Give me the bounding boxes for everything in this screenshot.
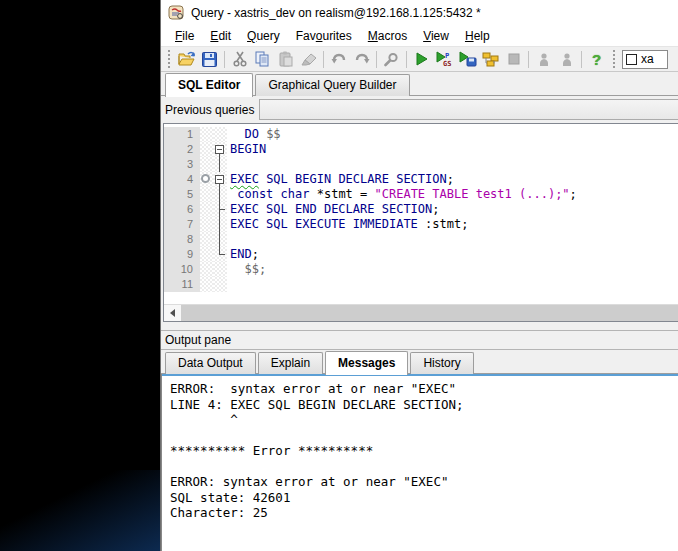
menu-view[interactable]: View [415, 27, 457, 45]
open-file-button[interactable] [175, 49, 198, 70]
code-line [227, 157, 678, 172]
commit-button[interactable] [532, 49, 555, 70]
line-number: 2 [164, 142, 200, 157]
editor-line[interactable]: 8 [164, 232, 678, 247]
editor-line[interactable]: 10 $$; [164, 262, 678, 277]
scroll-left-icon [170, 309, 175, 317]
code-token: SQL BEGIN DECLARE SECTION [259, 172, 447, 186]
connection-color-square [626, 54, 637, 65]
save-icon [202, 52, 217, 67]
tab-graphical-query-builder[interactable]: Graphical Query Builder [255, 74, 409, 96]
menu-file[interactable]: File [167, 27, 202, 45]
explain-query-icon [482, 52, 499, 67]
fold-margin [213, 127, 227, 142]
execute-query-button[interactable] [410, 49, 433, 70]
copy-icon [255, 51, 270, 67]
menu-edit[interactable]: Edit [202, 27, 239, 45]
code-token: EXEC [230, 172, 259, 186]
sql-editor[interactable]: 1 DO $$2BEGIN34EXEC SQL BEGIN DECLARE SE… [164, 124, 678, 304]
output-tab-explain[interactable]: Explain [258, 352, 323, 374]
code-token: DO [230, 127, 266, 141]
code-line [227, 277, 678, 292]
toolbar-separator [376, 51, 377, 68]
clear-window-button[interactable] [297, 49, 320, 70]
marker-margin [200, 127, 213, 142]
line-number: 11 [164, 277, 200, 292]
toolbar-separator [323, 51, 324, 68]
find-button[interactable] [380, 49, 403, 70]
output-pane-title: Output pane [165, 333, 231, 347]
code-token: $$ [266, 127, 280, 141]
svg-text:GS: GS [443, 60, 451, 67]
previous-queries-combo[interactable] [259, 99, 678, 120]
explain-query-button[interactable] [479, 49, 502, 70]
paste-icon [278, 51, 293, 67]
editor-line[interactable]: 7EXEC SQL EXECUTE IMMEDIATE :stmt; [164, 217, 678, 232]
cancel-query-button[interactable] [502, 49, 525, 70]
desktop-background [0, 470, 165, 551]
help-button[interactable]: ? [585, 49, 608, 70]
paste-button[interactable] [274, 49, 297, 70]
code-token: :stmt; [418, 217, 469, 231]
execute-to-file-button[interactable] [456, 49, 479, 70]
output-tab-history[interactable]: History [410, 352, 473, 374]
rollback-button[interactable] [555, 49, 578, 70]
title-bar[interactable]: Query - xastris_dev on realism@192.168.1… [161, 0, 678, 26]
code-token: BEGIN [230, 142, 266, 156]
cut-button[interactable] [228, 49, 251, 70]
output-pane-caption[interactable]: Output pane [161, 330, 678, 350]
editor-hscrollbar[interactable] [164, 304, 678, 321]
fold-margin [213, 277, 227, 292]
line-number: 5 [164, 187, 200, 202]
tab-sql-editor[interactable]: SQL Editor [165, 73, 253, 97]
menu-macros[interactable]: Macros [360, 27, 415, 45]
marker-margin [200, 232, 213, 247]
editor-line[interactable]: 9END; [164, 247, 678, 262]
redo-button[interactable] [350, 49, 373, 70]
fold-collapse-icon[interactable] [215, 145, 224, 154]
editor-line[interactable]: 2BEGIN [164, 142, 678, 157]
messages-text[interactable]: ERROR: syntax error at or near "EXEC" LI… [162, 374, 678, 521]
fold-line [219, 157, 220, 172]
editor-line[interactable]: 4EXEC SQL BEGIN DECLARE SECTION; [164, 172, 678, 187]
connection-toolbar-grip[interactable] [611, 50, 617, 68]
fold-line-end [219, 254, 225, 255]
output-tab-messages[interactable]: Messages [325, 351, 408, 375]
line-number: 9 [164, 247, 200, 262]
line-number: 6 [164, 202, 200, 217]
editor-line[interactable]: 6EXEC SQL END DECLARE SECTION; [164, 202, 678, 217]
messages-panel[interactable]: ERROR: syntax error at or near "EXEC" LI… [161, 374, 678, 551]
editor-line[interactable]: 11 [164, 277, 678, 292]
code-line: EXEC SQL END DECLARE SECTION; [227, 202, 678, 217]
line-number: 10 [164, 262, 200, 277]
editor-line[interactable]: 5 const char *stmt = "CREATE TABLE test1… [164, 187, 678, 202]
fold-line [219, 232, 220, 247]
fold-margin [213, 142, 227, 157]
toolbar-grip[interactable] [166, 50, 172, 68]
save-button[interactable] [198, 49, 221, 70]
previous-queries-label: Previous queries [165, 103, 254, 117]
scroll-left-button[interactable] [164, 305, 181, 321]
pane-splitter[interactable] [161, 322, 678, 330]
editor-line[interactable]: 3 [164, 157, 678, 172]
menu-query[interactable]: Query [239, 27, 288, 45]
copy-button[interactable] [251, 49, 274, 70]
fold-margin [213, 232, 227, 247]
find-icon [384, 52, 399, 67]
fold-collapse-icon[interactable] [215, 175, 224, 184]
output-tab-data-output[interactable]: Data Output [165, 352, 256, 374]
execute-pgscript-button[interactable]: P GS [433, 49, 456, 70]
fold-margin [213, 202, 227, 217]
toolbar: P GS [161, 47, 678, 72]
editor-line[interactable]: 1 DO $$ [164, 127, 678, 142]
menu-help[interactable]: Help [457, 27, 498, 45]
code-token: ; [252, 247, 259, 261]
code-token: EXEC SQL EXECUTE IMMEDIATE [230, 217, 418, 231]
connection-combo[interactable]: xa [622, 50, 668, 69]
previous-queries-row: Previous queries [161, 96, 678, 123]
undo-button[interactable] [327, 49, 350, 70]
menu-favourites[interactable]: Favourites [288, 27, 360, 45]
scrollbar-thumb[interactable] [181, 305, 678, 321]
commit-icon [537, 52, 551, 67]
toolbar-separator [406, 51, 407, 68]
